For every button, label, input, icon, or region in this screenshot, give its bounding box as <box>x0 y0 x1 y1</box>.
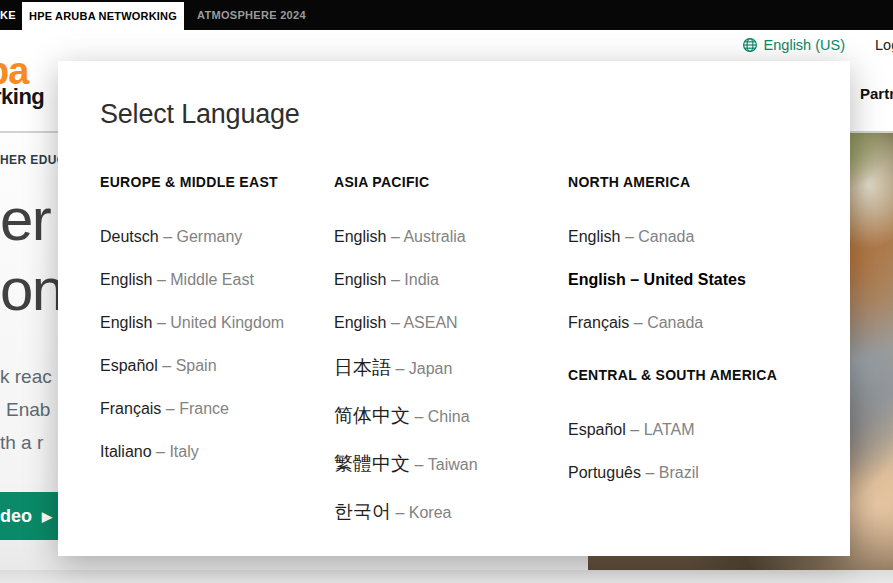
language-region: Canada <box>638 228 694 245</box>
language-region: United States <box>644 271 746 288</box>
language-item[interactable]: English – ASEAN <box>334 314 568 331</box>
language-separator: – <box>161 400 179 417</box>
language-item[interactable]: Français – France <box>100 400 334 417</box>
modal-columns: EUROPE & MIDDLE EASTDeutsch – GermanyEng… <box>100 174 850 549</box>
language-separator: – <box>626 271 644 288</box>
watch-video-button[interactable]: deo ▶ <box>0 492 58 540</box>
language-region: ASEAN <box>403 314 457 331</box>
region-group-header: EUROPE & MIDDLE EAST <box>100 174 334 190</box>
language-separator: – <box>386 271 404 288</box>
aruba-networking-logo[interactable]: ba rking <box>0 52 44 108</box>
language-name: English <box>334 314 386 331</box>
language-column: EUROPE & MIDDLE EASTDeutsch – GermanyEng… <box>100 174 334 549</box>
language-name: English <box>568 271 626 288</box>
region-group: EUROPE & MIDDLE EASTDeutsch – GermanyEng… <box>100 174 334 460</box>
tab-hpe-greenlake[interactable]: KE <box>0 9 16 21</box>
language-item[interactable]: 日本語 – Japan <box>334 357 568 380</box>
language-name: 简体中文 <box>334 405 410 426</box>
tab-hpe-aruba-networking[interactable]: HPE ARUBA NETWORKING <box>22 2 184 30</box>
language-region: Canada <box>647 314 703 331</box>
language-name: Français <box>100 400 161 417</box>
play-icon: ▶ <box>42 510 52 523</box>
language-column: NORTH AMERICAEnglish – CanadaEnglish – U… <box>568 174 850 549</box>
modal-title: Select Language <box>100 99 850 130</box>
language-separator: – <box>626 421 644 438</box>
login-link[interactable]: Log <box>875 37 893 53</box>
language-region: France <box>179 400 229 417</box>
language-name: 日本語 <box>334 357 391 378</box>
language-item[interactable]: 简体中文 – China <box>334 405 568 428</box>
language-item[interactable]: English – India <box>334 271 568 288</box>
language-item[interactable]: English – United Kingdom <box>100 314 334 331</box>
hero-body-line2: Enab <box>0 393 52 426</box>
language-separator: – <box>391 360 409 377</box>
language-item[interactable]: Español – LATAM <box>568 421 850 438</box>
language-item[interactable]: 繁體中文 – Taiwan <box>334 453 568 476</box>
language-name: Deutsch <box>100 228 159 245</box>
language-separator: – <box>386 228 403 245</box>
hero-eyebrow: HER EDUC <box>0 153 66 167</box>
region-group: ASIA PACIFICEnglish – AustraliaEnglish –… <box>334 174 568 524</box>
hero-body-line1: k reac <box>0 360 52 393</box>
logo-wordmark-bottom: rking <box>0 86 44 108</box>
language-name: English <box>100 271 152 288</box>
language-item[interactable]: English – Canada <box>568 228 850 245</box>
language-item[interactable]: Italiano – Italy <box>100 443 334 460</box>
language-separator: – <box>410 408 428 425</box>
language-item[interactable]: Español – Spain <box>100 357 334 374</box>
language-separator: – <box>386 314 403 331</box>
region-group-header: NORTH AMERICA <box>568 174 850 190</box>
language-region: Australia <box>403 228 465 245</box>
region-group: NORTH AMERICAEnglish – CanadaEnglish – U… <box>568 174 850 331</box>
language-region: Middle East <box>170 271 254 288</box>
language-name: Español <box>568 421 626 438</box>
select-language-modal: Select Language EUROPE & MIDDLE EASTDeut… <box>58 61 850 556</box>
language-name: English <box>568 228 620 245</box>
region-group-header: ASIA PACIFIC <box>334 174 568 190</box>
language-separator: – <box>629 314 647 331</box>
region-group-header: CENTRAL & SOUTH AMERICA <box>568 367 850 383</box>
language-item[interactable]: Français – Canada <box>568 314 850 331</box>
language-name: Português <box>568 464 641 481</box>
language-item[interactable]: 한국어 – Korea <box>334 501 568 524</box>
language-region: India <box>404 271 439 288</box>
language-name: Italiano <box>100 443 152 460</box>
language-name: Français <box>568 314 629 331</box>
hero-body-text: k reac Enab th a r <box>0 360 52 459</box>
language-name: 한국어 <box>334 501 391 522</box>
watch-video-label: deo <box>0 506 32 527</box>
language-region: Italy <box>169 443 198 460</box>
language-region: United Kingdom <box>170 314 284 331</box>
language-item[interactable]: Deutsch – Germany <box>100 228 334 245</box>
language-name: English <box>334 228 386 245</box>
language-separator: – <box>152 271 170 288</box>
language-name: English <box>100 314 152 331</box>
language-region: Korea <box>409 504 452 521</box>
language-item[interactable]: Português – Brazil <box>568 464 850 481</box>
language-name: English <box>334 271 386 288</box>
language-region: China <box>428 408 470 425</box>
language-name: Español <box>100 357 158 374</box>
language-separator: – <box>391 504 409 521</box>
language-switcher[interactable]: English (US) <box>742 37 845 53</box>
language-separator: – <box>620 228 638 245</box>
language-name: 繁體中文 <box>334 453 410 474</box>
region-group: CENTRAL & SOUTH AMERICAEspañol – LATAMPo… <box>568 367 850 481</box>
language-separator: – <box>152 314 170 331</box>
globe-icon <box>742 37 758 53</box>
language-item[interactable]: English – United States <box>568 271 850 288</box>
language-separator: – <box>152 443 170 460</box>
brand-switcher-bar: KE HPE ARUBA NETWORKING ATMOSPHERE 2024 <box>0 0 893 30</box>
language-column: ASIA PACIFICEnglish – AustraliaEnglish –… <box>334 174 568 549</box>
language-separator: – <box>410 456 428 473</box>
language-switcher-label: English (US) <box>764 37 845 53</box>
language-region: Japan <box>409 360 453 377</box>
nav-item-partners[interactable]: Partn <box>860 85 893 102</box>
language-region: Spain <box>176 357 217 374</box>
language-separator: – <box>158 357 176 374</box>
tab-atmosphere-2024[interactable]: ATMOSPHERE 2024 <box>197 9 306 21</box>
language-region: Germany <box>177 228 243 245</box>
language-item[interactable]: English – Australia <box>334 228 568 245</box>
language-item[interactable]: English – Middle East <box>100 271 334 288</box>
language-separator: – <box>159 228 177 245</box>
